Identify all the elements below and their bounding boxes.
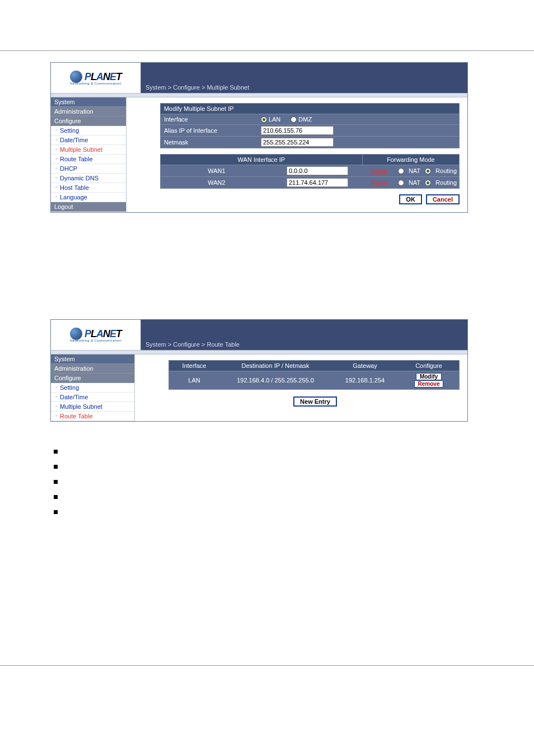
wan2-nat-label: NAT (409, 179, 420, 186)
rt-row-destination: 192.168.4.0 / 255.255.255.0 (219, 375, 331, 385)
interface-label: Interface (161, 114, 259, 124)
wan2-nat-radio[interactable] (398, 180, 404, 186)
sidebar-item-dynamic-dns[interactable]: Dynamic DNS (51, 174, 126, 183)
wan2-assist-link[interactable]: Assist (371, 179, 387, 186)
remove-button[interactable]: Remove (414, 380, 444, 388)
radio-lan[interactable] (261, 116, 267, 123)
netmask-input[interactable] (261, 138, 334, 147)
app-frame-route-table: PLANET Networking & Communication System… (50, 319, 468, 422)
wan2-routing-label: Routing (435, 179, 457, 186)
ok-button[interactable]: OK (399, 194, 422, 204)
sidebar-item-datetime[interactable]: Date/Time (51, 136, 126, 145)
nav2-section-system[interactable]: System (51, 354, 134, 364)
radio-dmz-label: DMZ (298, 116, 312, 123)
new-entry-button[interactable]: New Entry (293, 396, 337, 407)
rt-header-configure: Configure (399, 361, 459, 371)
logo-area: PLANET Networking & Communication (51, 63, 140, 93)
radio-dmz[interactable] (291, 116, 297, 123)
sidebar2-item-setting[interactable]: Setting (51, 383, 134, 393)
sidebar-2: System Administration Configure Setting … (51, 354, 135, 421)
wan2-ip-input[interactable] (287, 178, 348, 187)
rt-header-interface: Interface (169, 361, 219, 371)
wan1-ip-input[interactable] (287, 166, 348, 175)
app-frame-multiple-subnet: PLANET Networking & Communication System… (50, 62, 468, 213)
nav2-section-configure[interactable]: Configure (51, 374, 134, 383)
grid-iface-wan2: WAN2 (161, 178, 273, 187)
globe-icon-2 (70, 328, 82, 340)
netmask-label: Netmask (161, 137, 259, 147)
brand-name-2: PLANET (85, 328, 121, 340)
rt-row-gateway: 192.168.1.254 (331, 375, 399, 385)
bullet-square-icon (54, 480, 58, 484)
wan1-assist-link[interactable]: Assist (371, 167, 387, 174)
breadcrumb: System > Configure > Multiple Subnet (140, 63, 467, 93)
rt-row-interface: LAN (169, 375, 219, 385)
sidebar2-item-route-table[interactable]: Route Table (51, 412, 134, 421)
bullet-square-icon (54, 495, 58, 499)
sidebar: System Administration Configure Setting … (51, 97, 127, 212)
brand-tagline-2: Networking & Communication (70, 339, 121, 342)
brand-name: PLANET (85, 71, 121, 83)
nav-section-logout[interactable]: Logout (51, 202, 126, 212)
sidebar-item-language[interactable]: Language (51, 193, 126, 202)
wan1-nat-label: NAT (409, 167, 420, 174)
alias-ip-input[interactable] (261, 126, 334, 135)
wan1-routing-label: Routing (435, 167, 457, 174)
brand-tagline: Networking & Communication (70, 82, 121, 85)
bullet-square-icon (54, 510, 58, 514)
radio-lan-label: LAN (269, 116, 280, 123)
globe-icon (70, 71, 82, 83)
sidebar-item-host-table[interactable]: Host Table (51, 183, 126, 193)
sidebar-item-setting[interactable]: Setting (51, 126, 126, 136)
wan2-routing-radio[interactable] (425, 180, 431, 186)
modify-button[interactable]: Modify (416, 373, 442, 380)
bullet-square-icon (54, 465, 58, 469)
sidebar-item-dhcp[interactable]: DHCP (51, 164, 126, 174)
nav-section-configure[interactable]: Configure (51, 116, 126, 126)
bullet-list (54, 450, 534, 514)
rt-header-destination: Destination IP / Netmask (219, 361, 331, 371)
nav-section-system[interactable]: System (51, 97, 126, 107)
alias-ip-label: Alias IP of Interface (161, 125, 259, 136)
wan1-nat-radio[interactable] (398, 168, 404, 174)
bullet-square-icon (54, 450, 58, 454)
grid-iface-wan1: WAN1 (161, 166, 273, 175)
panel-title: Modify Multiple Subnet IP (161, 104, 459, 114)
sidebar2-item-datetime[interactable]: Date/Time (51, 393, 134, 402)
sidebar-item-route-table[interactable]: Route Table (51, 155, 126, 164)
cancel-button[interactable]: Cancel (426, 194, 460, 204)
nav-section-administration[interactable]: Administration (51, 107, 126, 116)
sidebar2-item-multiple-subnet[interactable]: Multiple Subnet (51, 402, 134, 412)
rt-header-gateway: Gateway (331, 361, 399, 371)
logo-area-2: PLANET Networking & Communication (51, 320, 140, 350)
modify-subnet-panel: Modify Multiple Subnet IP Interface LAN (160, 103, 460, 148)
wan1-routing-radio[interactable] (425, 168, 431, 174)
grid-header-wan-ip: WAN Interface IP (161, 155, 362, 165)
grid-header-forwarding-mode: Forwarding Mode (362, 155, 459, 165)
breadcrumb-2: System > Configure > Route Table (140, 320, 467, 350)
nav2-section-administration[interactable]: Administration (51, 364, 134, 374)
sidebar-item-multiple-subnet[interactable]: Multiple Subnet (51, 145, 126, 155)
